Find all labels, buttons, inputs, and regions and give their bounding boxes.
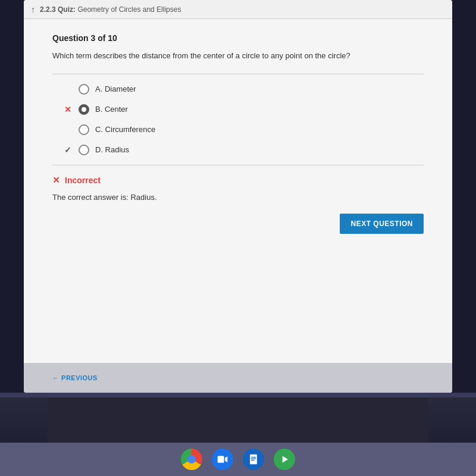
option-d-text: D. Radius bbox=[95, 145, 129, 154]
quiz-title-text: Geometry of Circles and Ellipses bbox=[77, 5, 181, 14]
svg-rect-3 bbox=[251, 457, 256, 458]
bottom-navigation: ← PREVIOUS bbox=[24, 363, 452, 393]
question-label: Question 3 of 10 bbox=[52, 33, 424, 43]
content-area: Question 3 of 10 Which term describes th… bbox=[24, 19, 452, 363]
feedback-x-icon: ✕ bbox=[52, 175, 60, 186]
feedback-section: ✕ Incorrect The correct answer is: Radiu… bbox=[52, 175, 424, 234]
option-d-check-icon: ✓ bbox=[64, 145, 76, 155]
option-d-radio[interactable] bbox=[79, 145, 89, 155]
option-a[interactable]: A. Diameter bbox=[64, 84, 424, 95]
correct-answer-text: The correct answer is: Radius. bbox=[52, 193, 424, 202]
quiz-prefix: 2.2.3 Quiz: bbox=[40, 5, 76, 14]
svg-rect-4 bbox=[251, 458, 256, 459]
docs-icon bbox=[248, 453, 259, 465]
option-c-radio[interactable] bbox=[79, 124, 89, 135]
svg-rect-5 bbox=[251, 460, 255, 461]
svg-marker-6 bbox=[283, 456, 288, 463]
option-b-text: B. Center bbox=[95, 105, 128, 114]
chrome-taskbar-icon[interactable] bbox=[181, 449, 202, 470]
question-text: Which term describes the distance from t… bbox=[52, 50, 424, 62]
bottom-divider bbox=[52, 165, 424, 165]
svg-marker-1 bbox=[225, 456, 227, 462]
option-c-text: C. Circumference bbox=[95, 125, 155, 134]
option-c[interactable]: C. Circumference bbox=[64, 124, 424, 135]
svg-rect-0 bbox=[218, 456, 224, 463]
docs-taskbar-icon[interactable] bbox=[243, 449, 264, 470]
option-b[interactable]: ✕ B. Center bbox=[64, 104, 424, 115]
option-d[interactable]: ✓ D. Radius bbox=[64, 145, 424, 155]
nav-arrow-icon: ↑ bbox=[31, 5, 35, 14]
quiz-breadcrumb: 2.2.3 Quiz: Geometry of Circles and Elli… bbox=[40, 5, 181, 14]
top-divider bbox=[52, 74, 424, 74]
play-icon bbox=[278, 453, 290, 465]
top-navigation-bar: ↑ 2.2.3 Quiz: Geometry of Circles and El… bbox=[24, 0, 452, 19]
option-a-text: A. Diameter bbox=[95, 84, 136, 93]
feedback-incorrect-row: ✕ Incorrect bbox=[52, 175, 424, 186]
svg-rect-2 bbox=[250, 455, 257, 465]
meet-icon bbox=[217, 453, 228, 465]
option-a-radio[interactable] bbox=[79, 84, 89, 95]
option-b-radio[interactable] bbox=[79, 104, 89, 115]
taskbar bbox=[0, 443, 476, 476]
option-b-wrong-icon: ✕ bbox=[64, 105, 76, 114]
play-taskbar-icon[interactable] bbox=[274, 449, 295, 470]
previous-link[interactable]: ← PREVIOUS bbox=[52, 374, 98, 381]
meet-taskbar-icon[interactable] bbox=[212, 449, 233, 470]
answer-options-list: A. Diameter ✕ B. Center C. Circumference… bbox=[64, 84, 424, 155]
next-question-button[interactable]: NEXT QUESTION bbox=[340, 214, 424, 234]
feedback-incorrect-label: Incorrect bbox=[65, 176, 101, 185]
